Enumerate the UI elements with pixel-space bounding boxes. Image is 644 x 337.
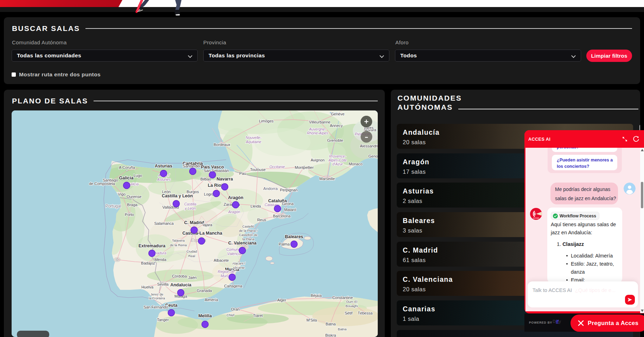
svg-text:Huelva: Huelva <box>141 285 154 289</box>
svg-text:Castellón de: Castellón de <box>239 233 258 237</box>
svg-text:Galicia: Galicia <box>119 176 134 180</box>
svg-text:Sétif: Sétif <box>345 311 353 315</box>
svg-text:Burgos: Burgos <box>187 190 199 194</box>
svg-text:Alacant /: Alacant / <box>232 261 246 265</box>
svg-text:Pau: Pau <box>239 171 246 176</box>
svg-text:Alicante: Alicante <box>233 266 245 269</box>
svg-text:Castilla y León: Castilla y León <box>162 193 193 198</box>
svg-text:Extremadura: Extremadura <box>139 243 166 248</box>
svg-text:Asturias: Asturias <box>155 164 172 168</box>
svg-text:Grenoble: Grenoble <box>327 138 343 142</box>
svg-text:Mataró: Mataró <box>284 208 296 212</box>
svg-text:Girona: Girona <box>282 202 294 206</box>
svg-text:Oum El: Oum El <box>346 300 357 304</box>
svg-text:Cartagena: Cartagena <box>224 284 242 288</box>
svg-text:Navarra: Navarra <box>217 177 234 182</box>
svg-text:Ourense: Ourense <box>127 195 141 199</box>
svg-text:San Fernando: San Fernando <box>144 305 168 309</box>
svg-text:Granada: Granada <box>197 288 212 293</box>
svg-text:de Compostela: de Compostela <box>89 182 115 186</box>
svg-text:Sevilla: Sevilla <box>157 282 169 286</box>
svg-text:Avignon: Avignon <box>311 158 325 162</box>
svg-text:Geno: Geno <box>369 154 378 158</box>
svg-text:Salamanca: Salamanca <box>154 221 174 225</box>
svg-text:Barcelona: Barcelona <box>273 214 291 218</box>
svg-text:Alessandria: Alessandria <box>360 144 378 148</box>
svg-text:Melilla: Melilla <box>198 313 212 318</box>
svg-text:Batna: Batna <box>326 322 336 326</box>
svg-text:Aragón: Aragón <box>228 195 243 200</box>
svg-text:d'Azur: d'Azur <box>332 162 343 166</box>
svg-text:C. Madrid: C. Madrid <box>184 220 204 225</box>
svg-text:Limoges: Limoges <box>259 119 274 123</box>
svg-text:Biskra: Biskra <box>325 333 336 337</box>
svg-text:Talavera: Talavera <box>172 239 185 242</box>
svg-text:Santander: Santander <box>183 164 201 168</box>
svg-text:de la Plana /: de la Plana / <box>239 229 258 233</box>
svg-text:Lugo: Lugo <box>134 173 142 178</box>
svg-text:Occitanie: Occitanie <box>269 165 285 169</box>
svg-text:Marseille: Marseille <box>319 177 335 181</box>
svg-text:Nouvelle-: Nouvelle- <box>246 135 262 140</box>
svg-text:Chlef: Chlef <box>227 313 235 317</box>
svg-text:Córdoba: Córdoba <box>172 274 187 278</box>
svg-text:Castilla: Castilla <box>184 202 197 206</box>
svg-text:ACCES: ACCES <box>533 217 539 219</box>
svg-text:Montpellier: Montpellier <box>295 165 314 170</box>
svg-text:Castilla-La Mancha: Castilla-La Mancha <box>182 231 222 236</box>
svg-text:Aquitaine: Aquitaine <box>246 140 261 144</box>
svg-text:Reus: Reus <box>257 218 266 222</box>
svg-text:Bordeaux: Bordeaux <box>213 142 230 147</box>
svg-text:la Frontera: la Frontera <box>149 296 165 300</box>
svg-text:Perpignan: Perpignan <box>280 188 298 192</box>
svg-text:Andalucía: Andalucía <box>170 282 192 287</box>
svg-text:Villeurbanne: Villeurbanne <box>309 120 331 124</box>
svg-text:Ciudad: Ciudad <box>186 249 197 253</box>
svg-text:Tébessa: Tébessa <box>358 311 373 315</box>
svg-text:Castelló: Castelló <box>242 224 254 228</box>
svg-text:Tanger: Tanger <box>157 318 169 322</box>
svg-text:Béjaïa: Béjaïa <box>311 293 322 298</box>
svg-text:Toulouse: Toulouse <box>250 167 266 172</box>
svg-text:Oran: Oran <box>231 307 240 311</box>
svg-text:Bouaghi: Bouaghi <box>346 304 358 308</box>
svg-text:de la Reina: de la Reina <box>170 243 187 247</box>
svg-text:Braga: Braga <box>127 203 138 207</box>
svg-text:Monaco: Monaco <box>349 162 362 166</box>
svg-text:San Sebastián: San Sebastián <box>204 168 229 173</box>
svg-text:Bilbao: Bilbao <box>200 177 211 181</box>
svg-text:Real: Real <box>188 254 195 258</box>
svg-text:M'Sila: M'Sila <box>306 318 317 322</box>
svg-text:Constantine: Constantine <box>332 295 353 300</box>
svg-text:Annecy: Annecy <box>330 123 343 128</box>
svg-text:y León: y León <box>184 206 196 210</box>
svg-text:Palma: Palma <box>279 242 290 246</box>
svg-text:Almería: Almería <box>205 298 218 302</box>
svg-text:A Coruña: A Coruña <box>119 165 135 170</box>
svg-text:Rhône-Alpes: Rhône-Alpes <box>307 131 329 135</box>
svg-text:Baleares: Baleares <box>285 234 303 239</box>
svg-text:Batna: Batna <box>338 327 347 331</box>
svg-text:Lleida: Lleida <box>250 204 261 208</box>
svg-text:Portugal: Portugal <box>106 204 121 209</box>
svg-text:la Plana: la Plana <box>242 237 255 241</box>
svg-text:Vigo: Vigo <box>118 192 126 196</box>
svg-text:León: León <box>162 190 171 194</box>
svg-text:Porto: Porto <box>125 212 134 217</box>
svg-text:Badajoz: Badajoz <box>141 261 155 265</box>
svg-text:Alger: Alger <box>277 298 286 302</box>
svg-text:Aragón: Aragón <box>228 210 240 214</box>
svg-text:Genève: Genève <box>331 112 345 116</box>
svg-text:Jaén: Jaén <box>188 275 197 280</box>
svg-text:Mérida: Mérida <box>154 257 167 262</box>
svg-text:Tiaret: Tiaret <box>253 313 263 318</box>
svg-text:Albacete: Albacete <box>214 258 229 262</box>
svg-text:C. Valenciana: C. Valenciana <box>228 241 257 246</box>
svg-text:lajara: lajara <box>203 223 213 227</box>
svg-text:Jerez de: Jerez de <box>151 292 163 296</box>
svg-text:Andorra: Andorra <box>263 186 278 191</box>
svg-text:Región de: Región de <box>218 269 235 274</box>
svg-text:Asturies: Asturies <box>157 177 171 182</box>
